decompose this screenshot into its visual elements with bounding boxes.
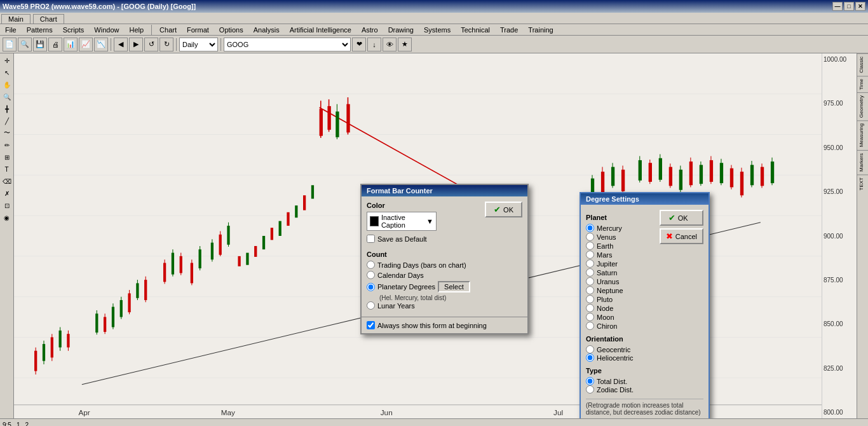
- lt-eye2[interactable]: ◉: [1, 212, 13, 223]
- lt-delete[interactable]: ✗: [1, 188, 13, 199]
- lt-cursor[interactable]: ✛: [1, 55, 13, 66]
- planetary-degrees-radio[interactable]: [367, 283, 375, 291]
- tab-text[interactable]: TEXT: [857, 174, 868, 193]
- main-toolbar: 📄 🔍 💾 🖨 📊 📈 📉 ◀ ▶ ↺ ↻ Daily Weekly Month…: [0, 36, 868, 53]
- menu-analysis[interactable]: Analysis: [248, 24, 285, 35]
- tb-refresh[interactable]: ↺: [144, 38, 158, 52]
- tab-geometry[interactable]: Geometry: [857, 92, 868, 120]
- menu-drawing[interactable]: Drawing: [383, 24, 419, 35]
- planet-saturn-radio[interactable]: [586, 268, 594, 277]
- menu-ai[interactable]: Artificial Intelligence: [285, 24, 356, 35]
- menu-chart[interactable]: Chart: [154, 24, 182, 35]
- tb-open[interactable]: 🔍: [18, 38, 32, 52]
- close-btn[interactable]: ✕: [855, 2, 865, 11]
- lt-text[interactable]: T: [1, 163, 13, 175]
- menu-technical[interactable]: Technical: [456, 24, 495, 35]
- lt-wave[interactable]: 〜: [1, 127, 13, 139]
- planet-neptune-radio[interactable]: [586, 286, 594, 294]
- tb-back[interactable]: ◀: [114, 38, 128, 52]
- lt-cross[interactable]: ╋: [1, 103, 13, 114]
- lt-measure[interactable]: ⊡: [1, 200, 13, 211]
- planet-pluto-radio[interactable]: [586, 295, 594, 303]
- tab-measuring[interactable]: Measuring: [857, 120, 868, 149]
- symbol-select[interactable]: GOOG: [224, 38, 351, 52]
- menu-file[interactable]: File: [0, 24, 22, 35]
- always-show-checkbox[interactable]: [367, 321, 375, 329]
- menu-systems[interactable]: Systems: [419, 24, 456, 35]
- tab-time[interactable]: Time: [857, 76, 868, 92]
- planetary-sub-text: (Hel. Mercury, total dist): [379, 294, 522, 301]
- minimize-btn[interactable]: —: [832, 2, 843, 11]
- planet-node-radio[interactable]: [586, 304, 594, 312]
- tab-classic[interactable]: Classic: [857, 53, 868, 76]
- svg-text:Jun: Jun: [381, 408, 393, 416]
- planet-moon-radio[interactable]: [586, 313, 594, 321]
- geocentric-radio[interactable]: [586, 345, 594, 354]
- svg-text:Apr: Apr: [78, 408, 90, 416]
- planet-uranus-radio[interactable]: [586, 277, 594, 285]
- planet-moon: Moon: [586, 313, 649, 321]
- planet-venus-label: Venus: [597, 233, 616, 241]
- menu-options[interactable]: Options: [214, 24, 248, 35]
- degree-title-bar[interactable]: Degree Settings: [581, 193, 709, 205]
- count-section: Count Trading Days (bars on chart) Calen…: [367, 251, 522, 310]
- degree-cancel-button[interactable]: ✖ Cancel: [660, 228, 703, 244]
- menu-training[interactable]: Training: [523, 24, 558, 35]
- interval-select[interactable]: Daily Weekly Monthly: [179, 38, 218, 52]
- menu-help[interactable]: Help: [124, 24, 149, 35]
- lunar-years-radio[interactable]: [367, 301, 375, 310]
- planet-mars-radio[interactable]: [586, 251, 594, 259]
- tb-chart2[interactable]: 📈: [79, 38, 93, 52]
- lt-tool1[interactable]: ⊞: [1, 151, 13, 163]
- planet-mercury-radio[interactable]: [586, 224, 594, 232]
- menu-format[interactable]: Format: [182, 24, 214, 35]
- count-label: Count: [367, 251, 522, 258]
- tb-eye[interactable]: 👁: [383, 38, 397, 52]
- degree-ok-button[interactable]: ✔ OK: [660, 210, 703, 226]
- lt-hand[interactable]: ✋: [1, 79, 13, 90]
- tb-chart1[interactable]: 📊: [64, 38, 78, 52]
- lt-eraser[interactable]: ⌫: [1, 175, 13, 187]
- planet-saturn: Saturn: [586, 268, 649, 277]
- tab-markers[interactable]: Markers: [857, 150, 868, 174]
- planet-neptune-label: Neptune: [597, 287, 623, 294]
- select-button[interactable]: Select: [438, 281, 470, 292]
- price-950: 950.00: [824, 144, 855, 151]
- planet-section-header: Planet: [586, 214, 649, 221]
- menu-trade[interactable]: Trade: [495, 24, 523, 35]
- lt-arrow[interactable]: ↖: [1, 67, 13, 78]
- tb-reload[interactable]: ↻: [159, 38, 173, 52]
- maximize-btn[interactable]: □: [844, 2, 854, 11]
- tb-print[interactable]: 🖨: [48, 38, 62, 52]
- menu-patterns[interactable]: Patterns: [22, 24, 58, 35]
- chart-window-tab[interactable]: Chart: [33, 14, 64, 24]
- planet-chiron-radio[interactable]: [586, 322, 594, 330]
- menu-astro[interactable]: Astro: [356, 24, 383, 35]
- menu-scripts[interactable]: Scripts: [58, 24, 90, 35]
- planet-jupiter-radio[interactable]: [586, 259, 594, 268]
- fbc-ok-button[interactable]: ✔ OK: [485, 202, 522, 217]
- fbc-title-bar[interactable]: Format Bar Counter: [362, 185, 527, 196]
- calendar-days-radio[interactable]: [367, 271, 375, 279]
- color-dropdown[interactable]: Inactive Caption ▼: [367, 212, 437, 231]
- tb-forward[interactable]: ▶: [129, 38, 143, 52]
- tb-down[interactable]: ↓: [367, 38, 381, 52]
- planet-venus-radio[interactable]: [586, 233, 594, 241]
- main-window-tab[interactable]: Main: [1, 14, 31, 24]
- lt-zoom[interactable]: 🔍: [1, 91, 13, 102]
- tb-new[interactable]: 📄: [3, 38, 17, 52]
- save-default-checkbox[interactable]: [367, 235, 375, 243]
- zodiac-dist-radio[interactable]: [586, 385, 594, 394]
- heliocentric-radio[interactable]: [586, 354, 594, 362]
- tb-star[interactable]: ★: [398, 38, 412, 52]
- lt-pen[interactable]: ✏: [1, 139, 13, 151]
- total-dist-radio[interactable]: [586, 377, 594, 385]
- lt-line[interactable]: ╱: [1, 115, 13, 127]
- heliocentric-row: Heliocentric: [586, 354, 649, 362]
- menu-window[interactable]: Window: [89, 24, 124, 35]
- planet-earth-radio[interactable]: [586, 242, 594, 250]
- tb-fav[interactable]: ❤: [352, 38, 366, 52]
- tb-save[interactable]: 💾: [33, 38, 47, 52]
- tb-chart3[interactable]: 📉: [94, 38, 108, 52]
- trading-days-radio[interactable]: [367, 261, 375, 269]
